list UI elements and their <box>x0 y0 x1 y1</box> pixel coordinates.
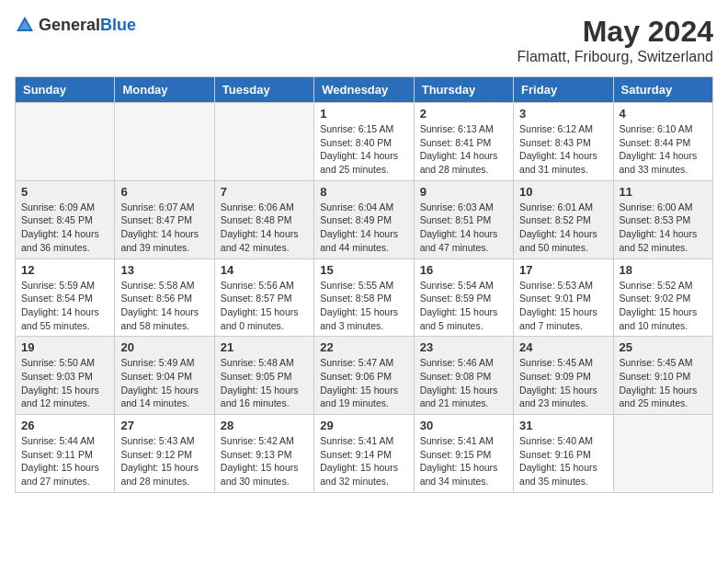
day-info: Sunrise: 6:15 AMSunset: 8:40 PMDaylight:… <box>320 122 407 177</box>
day-number: 2 <box>420 107 507 121</box>
day-info: Sunrise: 6:01 AMSunset: 8:52 PMDaylight:… <box>519 201 607 255</box>
calendar-cell <box>613 415 712 493</box>
day-info: Sunrise: 5:58 AMSunset: 8:56 PMDaylight:… <box>120 279 208 333</box>
calendar-cell: 28Sunrise: 5:42 AMSunset: 9:13 PMDayligh… <box>214 415 313 493</box>
logo-text: GeneralBlue <box>39 16 136 35</box>
day-info: Sunrise: 6:07 AMSunset: 8:47 PMDaylight:… <box>120 201 208 255</box>
day-number: 6 <box>120 185 208 199</box>
calendar-cell: 7Sunrise: 6:06 AMSunset: 8:48 PMDaylight… <box>214 180 313 259</box>
day-number: 22 <box>320 340 407 354</box>
calendar-cell: 19Sunrise: 5:50 AMSunset: 9:03 PMDayligh… <box>16 337 115 415</box>
day-info: Sunrise: 5:55 AMSunset: 8:58 PMDaylight:… <box>320 279 407 333</box>
day-info: Sunrise: 5:50 AMSunset: 9:03 PMDaylight:… <box>21 356 108 410</box>
calendar-cell: 23Sunrise: 5:46 AMSunset: 9:08 PMDayligh… <box>414 337 513 415</box>
day-info: Sunrise: 6:13 AMSunset: 8:41 PMDaylight:… <box>420 122 507 177</box>
calendar-cell: 4Sunrise: 6:10 AMSunset: 8:44 PMDaylight… <box>613 103 712 181</box>
calendar-week-row: 12Sunrise: 5:59 AMSunset: 8:54 PMDayligh… <box>16 259 713 337</box>
calendar-cell: 9Sunrise: 6:03 AMSunset: 8:51 PMDaylight… <box>414 180 513 259</box>
day-number: 21 <box>221 340 308 354</box>
day-info: Sunrise: 6:03 AMSunset: 8:51 PMDaylight:… <box>420 201 507 255</box>
day-number: 19 <box>21 340 108 354</box>
calendar-cell: 29Sunrise: 5:41 AMSunset: 9:14 PMDayligh… <box>314 415 414 493</box>
day-number: 9 <box>420 185 507 199</box>
day-number: 23 <box>420 340 507 354</box>
day-number: 26 <box>21 419 108 432</box>
day-number: 28 <box>221 419 308 432</box>
day-info: Sunrise: 6:10 AMSunset: 8:44 PMDaylight:… <box>620 122 707 177</box>
day-info: Sunrise: 6:06 AMSunset: 8:48 PMDaylight:… <box>221 201 308 255</box>
day-number: 20 <box>120 340 208 354</box>
calendar-cell: 15Sunrise: 5:55 AMSunset: 8:58 PMDayligh… <box>314 259 414 337</box>
day-number: 13 <box>120 263 208 277</box>
day-number: 17 <box>519 263 607 277</box>
day-info: Sunrise: 5:54 AMSunset: 8:59 PMDaylight:… <box>420 279 507 333</box>
calendar-cell: 12Sunrise: 5:59 AMSunset: 8:54 PMDayligh… <box>16 259 115 337</box>
day-number: 30 <box>420 419 507 432</box>
day-info: Sunrise: 5:46 AMSunset: 9:08 PMDaylight:… <box>420 356 507 410</box>
day-number: 11 <box>620 185 707 199</box>
calendar-cell: 27Sunrise: 5:43 AMSunset: 9:12 PMDayligh… <box>115 415 214 493</box>
day-number: 31 <box>519 419 607 432</box>
calendar-cell: 6Sunrise: 6:07 AMSunset: 8:47 PMDaylight… <box>115 180 214 259</box>
day-info: Sunrise: 5:49 AMSunset: 9:04 PMDaylight:… <box>120 356 208 410</box>
day-info: Sunrise: 5:56 AMSunset: 8:57 PMDaylight:… <box>221 279 308 333</box>
day-info: Sunrise: 5:43 AMSunset: 9:12 PMDaylight:… <box>120 434 208 488</box>
day-info: Sunrise: 5:41 AMSunset: 9:15 PMDaylight:… <box>420 434 507 488</box>
calendar-cell: 13Sunrise: 5:58 AMSunset: 8:56 PMDayligh… <box>115 259 214 337</box>
calendar-cell: 24Sunrise: 5:45 AMSunset: 9:09 PMDayligh… <box>514 337 613 415</box>
calendar-cell <box>16 103 115 181</box>
logo: GeneralBlue <box>15 15 136 35</box>
day-info: Sunrise: 5:53 AMSunset: 9:01 PMDaylight:… <box>519 279 607 333</box>
day-info: Sunrise: 5:48 AMSunset: 9:05 PMDaylight:… <box>221 356 308 410</box>
weekday-header-monday: Monday <box>115 77 214 103</box>
day-number: 16 <box>420 263 507 277</box>
day-number: 4 <box>620 107 707 121</box>
day-number: 27 <box>120 419 208 432</box>
day-info: Sunrise: 5:45 AMSunset: 9:10 PMDaylight:… <box>620 356 707 410</box>
calendar-cell: 8Sunrise: 6:04 AMSunset: 8:49 PMDaylight… <box>314 180 414 259</box>
calendar-cell: 25Sunrise: 5:45 AMSunset: 9:10 PMDayligh… <box>613 337 712 415</box>
calendar-cell <box>115 103 214 181</box>
weekday-header-friday: Friday <box>514 77 613 103</box>
calendar-cell: 5Sunrise: 6:09 AMSunset: 8:45 PMDaylight… <box>16 180 115 259</box>
day-info: Sunrise: 5:44 AMSunset: 9:11 PMDaylight:… <box>21 434 108 488</box>
day-info: Sunrise: 6:00 AMSunset: 8:53 PMDaylight:… <box>620 201 707 255</box>
day-number: 1 <box>320 107 407 121</box>
day-info: Sunrise: 6:12 AMSunset: 8:43 PMDaylight:… <box>519 122 607 177</box>
calendar-week-row: 19Sunrise: 5:50 AMSunset: 9:03 PMDayligh… <box>16 337 713 415</box>
calendar-cell: 11Sunrise: 6:00 AMSunset: 8:53 PMDayligh… <box>613 180 712 259</box>
calendar-week-row: 1Sunrise: 6:15 AMSunset: 8:40 PMDaylight… <box>16 103 713 181</box>
day-info: Sunrise: 5:59 AMSunset: 8:54 PMDaylight:… <box>21 279 108 333</box>
day-number: 12 <box>21 263 108 277</box>
calendar-week-row: 5Sunrise: 6:09 AMSunset: 8:45 PMDaylight… <box>16 180 713 259</box>
calendar-cell: 31Sunrise: 5:40 AMSunset: 9:16 PMDayligh… <box>514 415 613 493</box>
calendar-week-row: 26Sunrise: 5:44 AMSunset: 9:11 PMDayligh… <box>16 415 713 493</box>
day-number: 8 <box>320 185 407 199</box>
calendar-cell: 18Sunrise: 5:52 AMSunset: 9:02 PMDayligh… <box>613 259 712 337</box>
calendar-cell: 2Sunrise: 6:13 AMSunset: 8:41 PMDaylight… <box>414 103 513 181</box>
subtitle: Flamatt, Fribourg, Switzerland <box>518 49 713 65</box>
day-number: 24 <box>519 340 607 354</box>
weekday-header-wednesday: Wednesday <box>314 77 414 103</box>
calendar-cell: 22Sunrise: 5:47 AMSunset: 9:06 PMDayligh… <box>314 337 414 415</box>
calendar-cell: 30Sunrise: 5:41 AMSunset: 9:15 PMDayligh… <box>414 415 513 493</box>
day-number: 3 <box>519 107 607 121</box>
main-title: May 2024 <box>518 15 713 49</box>
day-number: 5 <box>21 185 108 199</box>
logo-general: General <box>39 16 100 34</box>
weekday-header-row: SundayMondayTuesdayWednesdayThursdayFrid… <box>16 77 713 103</box>
calendar-cell: 26Sunrise: 5:44 AMSunset: 9:11 PMDayligh… <box>16 415 115 493</box>
day-info: Sunrise: 5:47 AMSunset: 9:06 PMDaylight:… <box>320 356 407 410</box>
day-info: Sunrise: 5:52 AMSunset: 9:02 PMDaylight:… <box>620 279 707 333</box>
day-info: Sunrise: 5:41 AMSunset: 9:14 PMDaylight:… <box>320 434 407 488</box>
weekday-header-sunday: Sunday <box>16 77 115 103</box>
calendar-cell: 17Sunrise: 5:53 AMSunset: 9:01 PMDayligh… <box>514 259 613 337</box>
logo-blue: Blue <box>100 16 136 34</box>
day-number: 14 <box>221 263 308 277</box>
day-number: 29 <box>320 419 407 432</box>
calendar-cell: 21Sunrise: 5:48 AMSunset: 9:05 PMDayligh… <box>214 337 313 415</box>
weekday-header-tuesday: Tuesday <box>214 77 313 103</box>
calendar-cell <box>214 103 313 181</box>
day-number: 10 <box>519 185 607 199</box>
day-number: 25 <box>620 340 707 354</box>
